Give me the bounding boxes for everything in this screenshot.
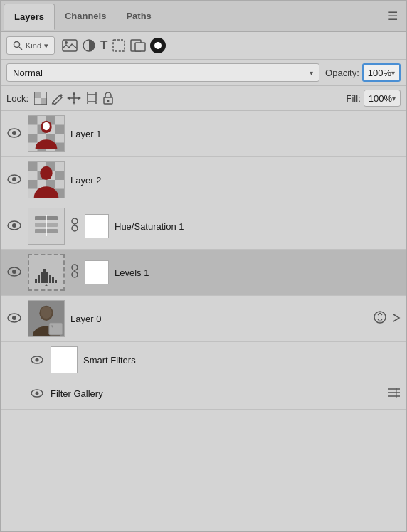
svg-rect-41 xyxy=(28,162,38,171)
lock-label: Lock: xyxy=(6,93,28,104)
layer-item-layer0[interactable]: Layer 0 xyxy=(1,296,406,342)
layer-name-layer0: Layer 0 xyxy=(70,314,368,324)
svg-point-83 xyxy=(36,358,39,361)
layer-item-levels[interactable]: Levels 1 xyxy=(1,250,406,296)
filter-gallery-options-icon[interactable] xyxy=(388,388,401,400)
lock-all-icon[interactable] xyxy=(102,92,114,105)
layer-item-layer2[interactable]: Layer 2 xyxy=(1,157,406,203)
svg-point-8 xyxy=(154,42,162,49)
layer-name-layer2: Layer 2 xyxy=(70,175,401,186)
mask-thumb-huesat xyxy=(85,214,109,238)
type-icon[interactable]: T xyxy=(100,38,107,53)
svg-rect-67 xyxy=(46,272,48,283)
visibility-eye-layer2[interactable] xyxy=(6,173,22,188)
opacity-group: Opacity: 100% ▾ xyxy=(325,63,401,82)
kind-label: Kind xyxy=(26,41,41,50)
layer-name-filter-gallery: Filter Gallery xyxy=(51,388,382,399)
circle-half-icon[interactable] xyxy=(82,38,96,53)
svg-point-0 xyxy=(14,42,20,48)
svg-rect-70 xyxy=(55,280,57,283)
svg-rect-66 xyxy=(43,269,46,283)
opacity-chevron: ▾ xyxy=(391,69,395,77)
lock-artboard-icon[interactable] xyxy=(85,92,99,105)
svg-point-72 xyxy=(72,265,78,270)
chain-icon-huesat xyxy=(70,218,79,235)
svg-point-57 xyxy=(72,218,78,224)
thumbnail-layer0 xyxy=(28,300,65,337)
panel-menu-icon[interactable]: ☰ xyxy=(382,6,403,26)
fill-input[interactable]: 100% ▾ xyxy=(364,90,401,107)
panel: Layers Channels Paths ☰ Kind ▾ xyxy=(0,0,407,532)
svg-point-49 xyxy=(40,166,52,180)
tab-layers[interactable]: Layers xyxy=(4,4,55,30)
visibility-eye-filter-gallery[interactable] xyxy=(29,388,45,400)
lock-image-icon[interactable] xyxy=(51,92,63,105)
layer-item-huesat[interactable]: Hue/Saturation 1 xyxy=(1,203,406,250)
svg-point-26 xyxy=(12,131,16,135)
visibility-eye-layer0[interactable] xyxy=(6,312,22,326)
thumbnail-smart-filters xyxy=(51,346,78,373)
svg-point-37 xyxy=(43,122,50,131)
layer-name-huesat: Hue/Saturation 1 xyxy=(115,221,401,232)
svg-rect-68 xyxy=(49,275,51,283)
layer-name-smart-filters: Smart Filters xyxy=(83,355,401,366)
layer-item-layer1[interactable]: Layer 1 xyxy=(1,111,406,157)
svg-rect-45 xyxy=(28,180,38,189)
blend-mode-value: Normal xyxy=(13,68,43,78)
kind-select[interactable]: Kind ▾ xyxy=(6,36,55,55)
layer-item-filter-gallery[interactable]: Filter Gallery xyxy=(1,378,406,410)
svg-rect-65 xyxy=(41,272,43,283)
opacity-label: Opacity: xyxy=(325,68,359,78)
lock-fill-row: Lock: xyxy=(1,86,406,111)
pixel-circle-icon[interactable] xyxy=(150,38,166,53)
lock-position-icon[interactable] xyxy=(67,92,81,105)
svg-rect-63 xyxy=(35,279,37,283)
svg-rect-69 xyxy=(52,277,54,283)
svg-rect-5 xyxy=(113,40,125,51)
svg-rect-28 xyxy=(28,116,38,125)
expand-icon-layer0[interactable] xyxy=(392,313,401,325)
opacity-input[interactable]: 100% ▾ xyxy=(362,63,401,82)
svg-rect-7 xyxy=(135,43,145,51)
thumbnail-layer1 xyxy=(28,115,65,152)
filter-icons: T xyxy=(62,38,166,53)
tab-paths[interactable]: Paths xyxy=(116,4,161,28)
svg-point-73 xyxy=(72,272,78,277)
svg-point-61 xyxy=(12,270,16,274)
layer-item-smart-filters[interactable]: Smart Filters xyxy=(1,342,406,378)
visibility-eye-layer1[interactable] xyxy=(6,127,22,142)
svg-point-51 xyxy=(12,223,16,228)
lock-icons xyxy=(34,92,114,105)
svg-point-39 xyxy=(12,177,16,181)
transform-icon[interactable] xyxy=(112,38,126,53)
blend-opacity-row: Normal ▾ Opacity: 100% ▾ xyxy=(1,60,406,86)
fill-value: 100% xyxy=(369,93,392,104)
svg-point-76 xyxy=(12,316,16,320)
svg-point-3 xyxy=(65,41,68,44)
lock-transparent-icon[interactable] xyxy=(34,92,47,105)
visibility-eye-huesat[interactable] xyxy=(6,219,22,234)
filter-toolbar: Kind ▾ T xyxy=(1,32,406,60)
visibility-eye-smart-filters[interactable] xyxy=(29,354,45,366)
mask-thumb-levels xyxy=(85,260,109,284)
svg-line-1 xyxy=(19,47,22,50)
svg-marker-14 xyxy=(73,92,75,95)
tab-channels[interactable]: Channels xyxy=(55,4,117,28)
image-icon[interactable] xyxy=(62,38,78,53)
svg-marker-15 xyxy=(73,102,75,105)
svg-point-24 xyxy=(107,100,110,102)
fill-group: Fill: 100% ▾ xyxy=(347,90,401,107)
thumbnail-layer2 xyxy=(28,161,65,198)
blend-mode-select[interactable]: Normal ▾ xyxy=(6,63,319,82)
svg-marker-16 xyxy=(67,97,70,100)
svg-rect-31 xyxy=(56,125,65,134)
smart-object-icon-layer0[interactable] xyxy=(374,311,386,326)
layers-list[interactable]: Layer 1 xyxy=(1,111,406,531)
blend-mode-chevron: ▾ xyxy=(310,69,313,77)
svg-point-85 xyxy=(36,392,39,395)
smart-filter-icon[interactable] xyxy=(130,38,146,53)
svg-rect-32 xyxy=(28,134,38,143)
svg-rect-64 xyxy=(38,275,40,283)
layer-name-layer1: Layer 1 xyxy=(70,129,401,139)
visibility-eye-levels[interactable] xyxy=(6,265,22,280)
